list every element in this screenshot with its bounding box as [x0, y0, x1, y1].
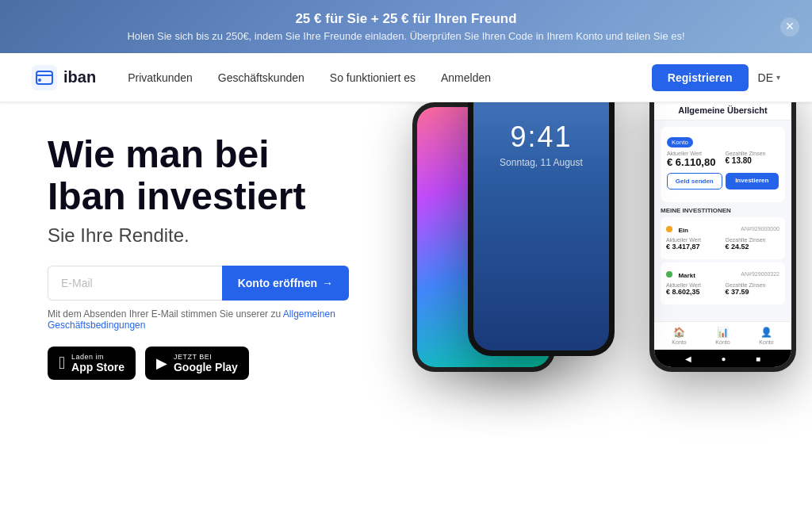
home-button[interactable]: ● — [721, 354, 726, 363]
android-nav-bar: ◀ ● ■ — [654, 350, 791, 367]
investment-item-1: Markt AN#929000322 Aktueller Wert € 8.60… — [661, 262, 785, 304]
user-icon: 👤 — [760, 327, 772, 338]
google-play-icon: ▶ — [156, 354, 167, 372]
register-button[interactable]: Registrieren — [652, 64, 749, 91]
investment-item-0: Ein AN#929000000 Aktueller Wert € 3.417,… — [661, 217, 785, 259]
bottom-nav-profile[interactable]: 👤 Konto — [759, 327, 773, 345]
banner-title: 25 € für Sie + 25 € für Ihren Freund — [16, 11, 796, 27]
app-store-small-text: Laden im — [71, 353, 124, 361]
nav-privatkunden[interactable]: Privatkunden — [128, 71, 193, 84]
email-input[interactable] — [48, 266, 222, 301]
open-account-button[interactable]: Konto eröffnen → — [222, 266, 349, 301]
nav-links: Privatkunden Geschäftskunden So funktion… — [128, 71, 652, 84]
banner-subtitle: Holen Sie sich bis zu 250€, indem Sie Ih… — [16, 30, 796, 42]
invest-code-1: AN#929000322 — [741, 271, 779, 277]
invest-name-0: Ein — [678, 227, 688, 234]
email-form: Konto eröffnen → — [48, 266, 349, 301]
hero-subtitle: Sie Ihre Rendite. — [48, 224, 349, 247]
invest-zinsen-0: € 24.52 — [726, 243, 780, 251]
phone-bottom-nav: 🏠 Konto 📊 Konto 👤 Konto — [654, 321, 791, 350]
app-buttons:  Laden im App Store ▶ JETZT BEI Google … — [48, 347, 349, 380]
nav-so-funktioniert-es[interactable]: So funktioniert es — [330, 71, 416, 84]
konto-value: € 6.110,80 — [667, 156, 721, 168]
investments-label: MEINE INVESTITIONEN — [661, 207, 785, 214]
bottom-nav-stats[interactable]: 📊 Konto — [715, 327, 730, 345]
invest-name-1: Markt — [678, 272, 695, 279]
invest-dot-1 — [666, 271, 672, 278]
hero-title: Wie man bei Iban investiert — [48, 134, 349, 218]
overview-title: Allgemeine Übersicht — [662, 105, 783, 115]
phone-mockups: 🔒 9:41 ▲ ☁ 9:41 Sonntag, 11 August — [381, 102, 812, 513]
invest-val-0: € 3.417,87 — [666, 243, 721, 251]
logo-text: iban — [63, 68, 96, 86]
svg-rect-0 — [32, 65, 57, 90]
investieren-button[interactable]: Investieren — [726, 173, 779, 190]
chevron-down-icon: ▾ — [776, 73, 780, 82]
google-play-button[interactable]: ▶ JETZT BEI Google Play — [145, 347, 249, 380]
nav-anmelden[interactable]: Anmelden — [441, 71, 491, 84]
hero-section: Wie man bei Iban investiert Sie Ihre Ren… — [0, 102, 381, 513]
phone-time: 9:41 — [473, 121, 609, 154]
nav-geschaeftskunden[interactable]: Geschäftskunden — [218, 71, 304, 84]
terms-text: Mit dem Absenden Ihrer E-Mail stimmen Si… — [48, 308, 349, 331]
phone-right-mockup: 10:48 ▲▲ ⬛ 🔋 Allgemeine Übersicht Konto … — [649, 102, 796, 372]
geld-senden-button[interactable]: Geld senden — [667, 173, 722, 190]
promo-banner: 25 € für Sie + 25 € für Ihren Freund Hol… — [0, 0, 812, 53]
lang-label: DE — [758, 71, 773, 84]
phone-right-header: Allgemeine Übersicht — [654, 102, 791, 121]
iban-logo-icon — [32, 65, 57, 90]
back-button[interactable]: ◀ — [685, 354, 691, 363]
home-icon: 🏠 — [673, 327, 685, 338]
recents-button[interactable]: ■ — [756, 354, 760, 363]
google-play-small-text: JETZT BEI — [174, 353, 238, 361]
nav-actions: Registrieren DE ▾ — [652, 64, 780, 91]
phone-date: Sonntag, 11 August — [473, 157, 609, 168]
close-icon[interactable]: × — [780, 17, 799, 36]
navbar: iban Privatkunden Geschäftskunden So fun… — [0, 53, 812, 102]
zinsen-value: € 13.80 — [726, 156, 779, 165]
svg-point-2 — [38, 79, 41, 82]
app-store-big-text: App Store — [71, 361, 124, 373]
konto-badge: Konto — [667, 137, 693, 147]
invest-code-0: AN#929000000 — [741, 226, 779, 232]
invest-dot-0 — [666, 226, 672, 232]
chart-icon: 📊 — [717, 327, 729, 338]
arrow-icon: → — [322, 277, 333, 289]
logo[interactable]: iban — [32, 65, 96, 90]
apple-icon:  — [59, 353, 65, 373]
main-content: Wie man bei Iban investiert Sie Ihre Ren… — [0, 102, 812, 513]
google-play-big-text: Google Play — [174, 361, 238, 373]
app-store-button[interactable]:  Laden im App Store — [48, 347, 136, 380]
language-selector[interactable]: DE ▾ — [758, 71, 780, 84]
invest-zinsen-1: € 37.59 — [726, 288, 780, 296]
invest-val-1: € 8.602,35 — [666, 288, 721, 296]
bottom-nav-konten[interactable]: 🏠 Konto — [672, 327, 686, 345]
phone-center-mockup: 9:41 ▲ ☁ 9:41 Sonntag, 11 August — [468, 102, 615, 356]
